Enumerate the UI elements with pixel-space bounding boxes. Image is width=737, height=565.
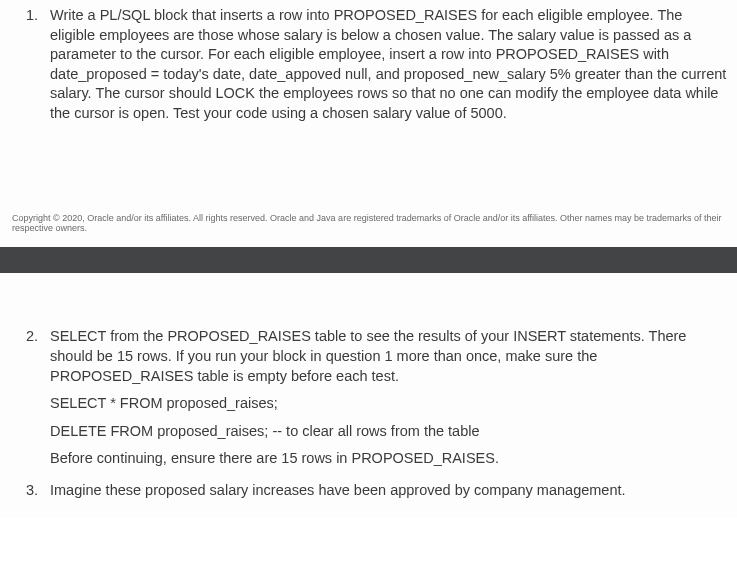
page-separator	[0, 247, 737, 273]
question-2: SELECT from the PROPOSED_RAISES table to…	[42, 327, 727, 468]
question-1: Write a PL/SQL block that inserts a row …	[42, 6, 727, 123]
code-delete-statement: DELETE FROM proposed_raises; -- to clear…	[50, 422, 727, 442]
code-select-statement: SELECT * FROM proposed_raises;	[50, 394, 727, 414]
copyright-notice: Copyright © 2020, Oracle and/or its affi…	[10, 213, 727, 233]
question-1-text: Write a PL/SQL block that inserts a row …	[50, 7, 726, 121]
page-2: SELECT from the PROPOSED_RAISES table to…	[0, 273, 737, 518]
question-list-1: Write a PL/SQL block that inserts a row …	[10, 6, 727, 123]
question-list-2: SELECT from the PROPOSED_RAISES table to…	[10, 327, 727, 500]
page-1: Write a PL/SQL block that inserts a row …	[0, 0, 737, 247]
question-2-text: SELECT from the PROPOSED_RAISES table to…	[50, 328, 686, 383]
question-3: Imagine these proposed salary increases …	[42, 481, 727, 501]
question-2-note: Before continuing, ensure there are 15 r…	[50, 449, 727, 469]
question-2-details: SELECT * FROM proposed_raises; DELETE FR…	[50, 394, 727, 469]
question-3-text: Imagine these proposed salary increases …	[50, 482, 626, 498]
